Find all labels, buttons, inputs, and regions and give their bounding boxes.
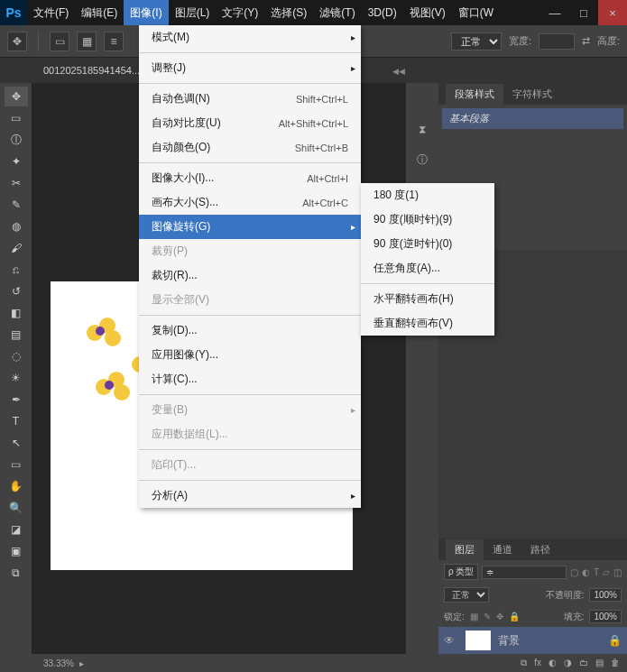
app-logo: Ps xyxy=(0,0,27,25)
layer-thumbnail[interactable] xyxy=(466,631,491,650)
mode-select[interactable]: 正常 xyxy=(451,32,502,51)
zoom-level[interactable]: 33.33% xyxy=(43,658,74,668)
menu-1[interactable]: 编辑(E) xyxy=(75,0,124,25)
tab-paths[interactable]: 路径 xyxy=(521,539,559,560)
menu-item[interactable]: 任意角度(A)... xyxy=(361,256,494,281)
lock-pixels-icon[interactable]: ✎ xyxy=(484,612,491,621)
tool-eyedrop[interactable]: ✎ xyxy=(5,195,28,215)
tool-lasso[interactable]: ⓛ xyxy=(5,130,28,150)
layer-row-background[interactable]: 👁 背景 🔒 xyxy=(438,627,627,654)
tool-crop[interactable]: ✂ xyxy=(5,173,28,193)
tool-zoom[interactable]: 🔍 xyxy=(5,498,28,518)
menu-item[interactable]: 90 度(顺时针)(9) xyxy=(361,207,494,232)
tab-channels[interactable]: 通道 xyxy=(484,539,521,560)
menu-2[interactable]: 图像(I) xyxy=(124,0,168,25)
tool-move[interactable]: ✥ xyxy=(5,87,28,106)
menu-item[interactable]: 模式(M) xyxy=(139,25,361,50)
tool-brush[interactable]: 🖌 xyxy=(5,238,28,258)
tool-blur[interactable]: ◌ xyxy=(5,346,28,366)
layer-filter-kind[interactable]: ρ 类型 xyxy=(444,564,478,580)
menu-item: 应用数据组(L)... xyxy=(139,422,361,446)
autoselect-icon[interactable]: ▭ xyxy=(50,32,69,51)
info-panel-icon[interactable]: ⓘ xyxy=(412,150,432,170)
align-icon[interactable]: ≡ xyxy=(104,32,124,51)
tool-mask[interactable]: ▣ xyxy=(5,541,28,561)
tab-character-styles[interactable]: 字符样式 xyxy=(503,84,561,105)
menu-item[interactable]: 自动颜色(O)Shift+Ctrl+B xyxy=(139,135,361,160)
menu-4[interactable]: 文字(Y) xyxy=(216,0,264,25)
adjust-filter-icon[interactable]: ◐ xyxy=(582,567,590,577)
tool-preset-icon[interactable]: ✥ xyxy=(7,32,27,51)
menu-9[interactable]: 窗口(W xyxy=(452,0,500,25)
tool-screen[interactable]: ⧉ xyxy=(5,563,28,583)
close-button[interactable]: × xyxy=(598,0,627,25)
menu-item[interactable]: 图像大小(I)...Alt+Ctrl+I xyxy=(139,166,361,190)
pixel-filter-icon[interactable]: ▢ xyxy=(570,567,578,577)
status-new-icon[interactable]: ▤ xyxy=(595,658,604,668)
tool-gradient[interactable]: ▤ xyxy=(5,325,28,345)
tool-eraser[interactable]: ◧ xyxy=(5,303,28,323)
tool-marquee[interactable]: ▭ xyxy=(5,108,28,128)
status-bar: 33.33% ▸ ⧉ fx ◐ ◑ 🗀 ▤ 🗑 xyxy=(0,654,627,672)
minimize-button[interactable]: — xyxy=(540,0,569,25)
transform-icon[interactable]: ▦ xyxy=(77,32,97,51)
panel-collapse-icon[interactable]: ◀◀ xyxy=(392,67,405,76)
tool-hand[interactable]: ✋ xyxy=(5,476,28,496)
lock-all-icon[interactable]: 🔒 xyxy=(509,612,520,621)
tool-history[interactable]: ↺ xyxy=(5,281,28,301)
menu-6[interactable]: 滤镜(T) xyxy=(313,0,361,25)
menu-item[interactable]: 画布大小(S)...Alt+Ctrl+C xyxy=(139,190,361,215)
status-link-icon[interactable]: ⧉ xyxy=(521,658,527,668)
document-tab[interactable]: 0012025185941454... xyxy=(43,65,140,76)
status-fill-icon[interactable]: ◑ xyxy=(564,658,572,668)
lock-pos-icon[interactable]: ✥ xyxy=(496,612,503,621)
menu-item[interactable]: 自动对比度(U)Alt+Shift+Ctrl+L xyxy=(139,111,361,135)
smart-filter-icon[interactable]: ◫ xyxy=(613,567,622,577)
status-trash-icon[interactable]: 🗑 xyxy=(611,658,620,668)
tool-type[interactable]: T xyxy=(5,411,28,431)
tool-dodge[interactable]: ☀ xyxy=(5,368,28,388)
tool-swatch[interactable]: ◪ xyxy=(5,520,28,539)
visibility-icon[interactable]: 👁 xyxy=(444,634,458,647)
paragraph-style-item[interactable]: 基本段落 xyxy=(442,108,623,129)
menu-7[interactable]: 3D(D) xyxy=(362,0,403,25)
menu-item[interactable]: 180 度(1) xyxy=(361,183,494,207)
menu-item[interactable]: 分析(A) xyxy=(139,483,361,508)
tool-stamp[interactable]: ⎌ xyxy=(5,260,28,280)
menu-0[interactable]: 文件(F) xyxy=(27,0,75,25)
width-input[interactable] xyxy=(539,33,575,50)
fill-value[interactable]: 100% xyxy=(589,610,622,623)
blend-mode-select[interactable]: 正常 xyxy=(444,587,489,603)
menu-item[interactable]: 90 度(逆时针)(0) xyxy=(361,232,494,256)
maximize-button[interactable]: □ xyxy=(569,0,598,25)
menu-item[interactable]: 水平翻转画布(H) xyxy=(361,287,494,311)
tool-wand[interactable]: ✦ xyxy=(5,152,28,171)
history-panel-icon[interactable]: ⧗ xyxy=(412,119,432,139)
tool-pen[interactable]: ✒ xyxy=(5,390,28,410)
tool-shape[interactable]: ▭ xyxy=(5,455,28,474)
opacity-value[interactable]: 100% xyxy=(589,588,622,602)
lock-trans-icon[interactable]: ▦ xyxy=(470,612,478,621)
menu-item[interactable]: 垂直翻转画布(V) xyxy=(361,311,494,336)
menu-item[interactable]: 自动色调(N)Shift+Ctrl+L xyxy=(139,87,361,111)
tool-heal[interactable]: ◍ xyxy=(5,216,28,236)
tab-layers[interactable]: 图层 xyxy=(446,539,484,560)
menu-item[interactable]: 调整(J) xyxy=(139,56,361,80)
status-fx-icon[interactable]: fx xyxy=(534,658,541,668)
tab-paragraph-styles[interactable]: 段落样式 xyxy=(446,84,503,105)
status-folder-icon[interactable]: 🗀 xyxy=(579,658,588,668)
menu-3[interactable]: 图层(L) xyxy=(169,0,217,25)
menu-5[interactable]: 选择(S) xyxy=(264,0,313,25)
menu-item[interactable]: 复制(D)... xyxy=(139,318,361,343)
shape-filter-icon[interactable]: ▱ xyxy=(603,567,610,577)
tool-path[interactable]: ↖ xyxy=(5,433,28,453)
type-filter-icon[interactable]: T xyxy=(594,567,599,577)
menu-item[interactable]: 图像旋转(G) xyxy=(139,215,361,239)
layer-name: 背景 xyxy=(498,633,520,649)
menu-8[interactable]: 视图(V) xyxy=(403,0,452,25)
menu-item[interactable]: 应用图像(Y)... xyxy=(139,343,361,367)
swap-icon[interactable]: ⇄ xyxy=(582,35,590,47)
menu-item[interactable]: 计算(C)... xyxy=(139,367,361,391)
status-mask-icon[interactable]: ◐ xyxy=(549,658,557,668)
menu-item[interactable]: 裁切(R)... xyxy=(139,263,361,288)
